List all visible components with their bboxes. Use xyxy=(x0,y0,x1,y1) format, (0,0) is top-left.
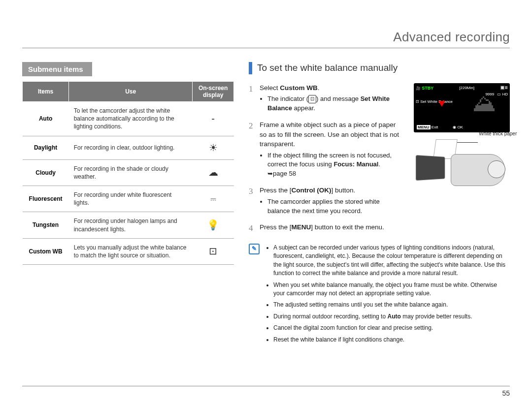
step-text: Press the [ xyxy=(260,187,292,194)
submenu-table: Items Use On-screen display Auto To let … xyxy=(22,81,234,265)
section-title: To set the white balance manually xyxy=(249,62,510,74)
custom-wb-icon: ⊡ xyxy=(193,238,234,264)
sun-icon: ☀ xyxy=(193,136,234,159)
step-text-tail: ] button to exit the menu. xyxy=(311,223,384,231)
lcd-ok: OK xyxy=(457,125,463,129)
note-item: Reset the white balance if light conditi… xyxy=(273,336,510,344)
table-row: Daylight For recording in clear, outdoor… xyxy=(23,136,234,159)
row-use: For recording in the shade or cloudy wea… xyxy=(69,159,193,186)
step-3: 3 Press the [Control (OK)] button. The c… xyxy=(249,186,401,218)
step-text-tail: . xyxy=(318,84,320,92)
bullet-pre: The indicator ( xyxy=(267,95,308,102)
step-number: 1 xyxy=(249,83,260,115)
lcd-setwb: Set White Balance xyxy=(420,99,453,104)
row-use: For recording in clear, outdoor lighting… xyxy=(69,136,193,159)
note-item: Cancel the digital zoom function for cle… xyxy=(273,324,510,332)
paper-label: White thick paper xyxy=(479,130,517,138)
fluorescent-icon: ⎓ xyxy=(193,186,234,212)
row-item: Fluorescent xyxy=(23,186,69,212)
note-item: The adjusted setting remains until you s… xyxy=(273,301,510,309)
lcd-hd: HD xyxy=(502,92,508,96)
step-bold: Custom WB xyxy=(280,84,318,92)
col-use: Use xyxy=(69,82,193,102)
table-row: Auto To let the camcorder adjust the whi… xyxy=(23,102,234,136)
step-bullet: The camcorder applies the stored white b… xyxy=(267,197,401,216)
step-number: 2 xyxy=(249,120,260,181)
note-item: During normal outdoor recording, setting… xyxy=(273,312,510,321)
bullet-bold: Focus: Manual xyxy=(333,160,378,168)
row-item: Auto xyxy=(23,102,69,136)
row-item: Custom WB xyxy=(23,238,69,264)
row-item: Daylight xyxy=(23,136,69,159)
page-number: 55 xyxy=(22,386,510,397)
step-bullet: The indicator (⊡) and message Set White … xyxy=(267,94,401,113)
row-item: Tungsten xyxy=(23,212,69,238)
note-icon: ✎ xyxy=(249,244,260,254)
table-row: Tungsten For recording under halogen lam… xyxy=(23,212,234,238)
step-bold: Control (OK) xyxy=(292,187,332,194)
col-display: On-screen display xyxy=(193,82,234,102)
notes-block: ✎ A subject can be recorded under variou… xyxy=(249,244,510,347)
bullet-tail: . xyxy=(378,160,380,168)
step-bold: MENU xyxy=(292,223,311,231)
row-item: Cloudy xyxy=(23,159,69,186)
step-text-tail: ] button. xyxy=(332,187,356,194)
lcd-menu-label: MENU xyxy=(417,125,431,129)
lcd-diagram: 🎥 STBY [220Min] 🔲Ⅲ 9999 ▭ HD ⊡ Set White… xyxy=(414,83,510,193)
lcd-screen: 🎥 STBY [220Min] 🔲Ⅲ 9999 ▭ HD ⊡ Set White… xyxy=(414,83,510,132)
page-title: Advanced recording xyxy=(22,30,510,48)
step-number: 3 xyxy=(249,186,260,218)
row-use: For recording under halogen lamps and in… xyxy=(69,212,193,238)
table-row: Custom WB Lets you manually adjust the w… xyxy=(23,238,234,264)
bullet-tail: appear. xyxy=(292,104,315,112)
cloud-icon: ☁ xyxy=(193,159,234,186)
lcd-stby: STBY xyxy=(422,86,433,91)
row-use: Lets you manually adjust the white balan… xyxy=(69,238,193,264)
bullet-post: ) and message xyxy=(316,95,361,102)
step-bullet: If the object filling the screen is not … xyxy=(267,151,401,179)
step-4: 4 Press the [MENU] button to exit the me… xyxy=(249,222,401,235)
lcd-exit: Exit xyxy=(432,125,438,129)
col-items: Items xyxy=(23,82,69,102)
lcd-arrow-icon xyxy=(438,101,445,107)
row-use: To let the camcorder adjust the white ba… xyxy=(69,102,193,136)
bullet-pageref: ➥page 58 xyxy=(267,170,296,177)
step-2: 2 Frame a white object such as a piece o… xyxy=(249,120,401,181)
step-text: Select xyxy=(260,84,280,92)
step-1: 1 Select Custom WB. The indicator (⊡) an… xyxy=(249,83,401,115)
row-use: For recording under white fluorescent li… xyxy=(69,186,193,212)
step-text: Frame a white object such as a piece of … xyxy=(260,121,399,148)
submenu-header: Submenu items xyxy=(22,62,92,76)
row-icon: - xyxy=(193,102,234,136)
custom-wb-inline-icon: ⊡ xyxy=(308,95,316,103)
lcd-map-silhouette: ⛰ xyxy=(472,94,496,113)
note-item: When you set white balance manually, the… xyxy=(273,281,510,298)
step-number: 4 xyxy=(249,222,260,235)
note-item: A subject can be recorded under various … xyxy=(273,244,510,278)
table-row: Cloudy For recording in the shade or clo… xyxy=(23,159,234,186)
step-text: Press the [ xyxy=(260,223,292,231)
table-row: Fluorescent For recording under white fl… xyxy=(23,186,234,212)
bulb-icon: 💡 xyxy=(193,212,234,238)
camcorder-illustration: White thick paper xyxy=(414,139,510,193)
